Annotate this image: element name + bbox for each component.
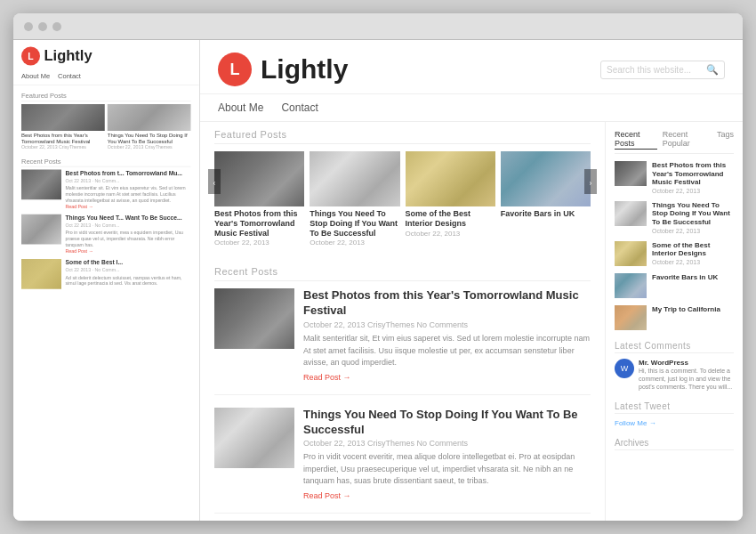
main-logo-circle: L	[218, 53, 252, 86]
sidebar-post-date-1: October 22, 2013	[652, 188, 734, 194]
main-logo-text: Lightly	[261, 54, 348, 85]
latest-tweet-title: Latest Tweet	[615, 398, 734, 414]
main-header: L Lightly Search this website... 🔍	[200, 40, 743, 94]
browser-dot-red	[24, 22, 33, 31]
sidebar-tabs: Recent Posts Recent Popular Tags	[615, 129, 734, 154]
sidebar-post-title-1[interactable]: Best Photos from this Year's Tomorrowlan…	[652, 161, 734, 187]
sidebar-post-title-3[interactable]: Some of the Best Interior Designs	[652, 241, 734, 258]
read-more-1[interactable]: Read Post →	[303, 373, 591, 382]
sidebar-post-img-1	[615, 161, 647, 186]
main-pane: L Lightly Search this website... 🔍 About…	[200, 40, 743, 521]
browser-dot-green	[52, 22, 61, 31]
main-posts: Featured Posts ‹ Best Photos from this Y…	[200, 122, 605, 521]
recent-post-title-1[interactable]: Best Photos from this Year's Tomorrowlan…	[303, 288, 591, 319]
sidebar-tab-tags[interactable]: Tags	[717, 129, 734, 150]
sidebar-tab-recent[interactable]: Recent Posts	[615, 129, 657, 150]
featured-post-title-1: Best Photos from this Year's Tomorrowlan…	[214, 209, 304, 238]
latest-comments-title: Latest Comments	[615, 337, 734, 353]
carousel-prev-btn[interactable]: ‹	[208, 169, 221, 194]
sidebar-post-item-4: Favorite Bars in UK	[615, 273, 734, 298]
sidebar-post-info-4: Favorite Bars in UK	[652, 273, 718, 283]
tweet-follow-link[interactable]: Follow Me →	[615, 419, 734, 427]
sidebar-post-item-1: Best Photos from this Year's Tomorrowlan…	[615, 161, 734, 194]
sidebar-post-date-3: October 22, 2013	[652, 259, 734, 265]
sidebar-comment-item: W Mr. WordPress Hi, this is a comment. T…	[615, 359, 734, 391]
preview-recent-excerpt-3: Ad sit delerit delectum soluisset, nampa…	[66, 274, 191, 287]
featured-post-title-4: Favorite Bars in UK	[501, 209, 591, 219]
preview-recent-meta-3: Oct 22 2013 · No Comm...	[66, 268, 191, 272]
sidebar-tab-popular[interactable]: Recent Popular	[663, 129, 712, 150]
preview-featured-img-guitar	[21, 104, 105, 131]
recent-post-title-2[interactable]: Things You Need To Stop Doing If You Wan…	[303, 408, 591, 438]
preview-recent-title: Recent Posts	[21, 155, 190, 167]
browser-dot-yellow	[38, 22, 47, 31]
main-logo: L Lightly	[218, 53, 348, 86]
sidebar-post-info-1: Best Photos from this Year's Tomorrowlan…	[652, 161, 734, 194]
featured-post-date-2: October 22, 2013	[310, 239, 399, 247]
recent-post-content-1: Best Photos from this Year's Tomorrowlan…	[303, 288, 591, 381]
preview-logo-circle: L	[21, 47, 40, 66]
preview-read-more-2: Read Post →	[66, 249, 191, 254]
recent-post-item-1: Best Photos from this Year's Tomorrowlan…	[214, 288, 591, 394]
main-content: Featured Posts ‹ Best Photos from this Y…	[200, 122, 743, 521]
featured-section-title: Featured Posts	[214, 122, 591, 144]
comment-content: Mr. WordPress Hi, this is a comment. To …	[639, 359, 734, 391]
preview-pane: L Lightly About Me Contact Featured Post…	[13, 40, 200, 521]
preview-recent-content-3: Some of the Best I... Oct 22 2013 · No C…	[66, 259, 191, 287]
recent-post-meta-1: October 22, 2013 CrisyThemes No Comments	[303, 320, 591, 329]
sidebar-post-info-3: Some of the Best Interior Designs Octobe…	[652, 241, 734, 265]
nav-item-about[interactable]: About Me	[218, 100, 263, 116]
preview-featured-grid: Best Photos from this Year's Tomorrowlan…	[13, 104, 198, 150]
preview-recent-posts: Best Photos from t... Tomorrowland Mu...…	[13, 170, 198, 289]
preview-featured-title: Featured Posts	[21, 90, 190, 102]
sidebar-post-img-5	[615, 305, 647, 330]
comment-avatar: W	[615, 359, 634, 378]
recent-section-title: Recent Posts	[214, 259, 591, 281]
preview-nav-about[interactable]: About Me	[21, 72, 50, 79]
preview-recent-title-1: Best Photos from t... Tomorrowland Mu...	[66, 170, 191, 177]
main-search-box[interactable]: Search this website... 🔍	[600, 61, 725, 79]
search-icon: 🔍	[706, 64, 719, 76]
browser-body: L Lightly About Me Contact Featured Post…	[13, 40, 743, 521]
preview-recent-img-guitar	[21, 170, 61, 200]
preview-nav-contact[interactable]: Contact	[58, 72, 81, 79]
sidebar: Recent Posts Recent Popular Tags Best Ph…	[605, 122, 743, 521]
read-more-2[interactable]: Read Post →	[303, 491, 591, 500]
preview-recent-img-laptop	[21, 214, 61, 245]
preview-recent-excerpt-2: Pro in vidit vocent everitir, mea s equi…	[66, 230, 191, 247]
preview-recent-item-1: Best Photos from t... Tomorrowland Mu...…	[21, 170, 190, 209]
recent-post-img-1	[214, 288, 294, 349]
featured-grid: Best Photos from this Year's Tomorrowlan…	[214, 151, 591, 247]
comment-text: Hi, this is a comment. To delete a comme…	[639, 367, 734, 391]
carousel-next-btn[interactable]: ›	[584, 169, 597, 194]
preview-featured-item-2: Things You Need To Stop Doing If You Wan…	[108, 104, 191, 150]
preview-logo-text: Lightly	[44, 47, 92, 65]
sidebar-post-img-3	[615, 241, 647, 266]
preview-read-more-1: Read Post →	[66, 205, 191, 209]
sidebar-post-img-2	[615, 201, 647, 226]
sidebar-post-title-5[interactable]: My Trip to California	[652, 305, 720, 314]
preview-recent-content-2: Things You Need T... Want To Be Succe...…	[66, 214, 191, 254]
preview-featured-post-title-1: Best Photos from this Year's Tomorrowlan…	[21, 133, 105, 145]
featured-img-3	[406, 151, 495, 206]
featured-carousel: ‹ Best Photos from this Year's Tomorrowl…	[214, 151, 591, 247]
nav-item-contact[interactable]: Contact	[281, 100, 318, 116]
sidebar-post-info-2: Things You Need To Stop Doing If You Wan…	[652, 201, 734, 234]
browser-chrome	[13, 13, 743, 40]
featured-item-1: Best Photos from this Year's Tomorrowlan…	[214, 151, 304, 247]
featured-item-2: Things You Need To Stop Doing If You Wan…	[310, 151, 399, 247]
preview-recent-title-3: Some of the Best I...	[66, 259, 191, 266]
preview-header: L Lightly About Me Contact	[13, 40, 198, 85]
featured-item-3: Some of the Best Interior Designs Octobe…	[406, 151, 495, 247]
browser-window: L Lightly About Me Contact Featured Post…	[13, 13, 743, 521]
sidebar-post-title-2[interactable]: Things You Need To Stop Doing If You Wan…	[652, 201, 734, 227]
preview-nav: About Me Contact	[21, 71, 190, 81]
featured-post-title-2: Things You Need To Stop Doing If You Wan…	[310, 209, 399, 238]
preview-logo: L Lightly	[21, 47, 190, 66]
featured-post-date-1: October 22, 2013	[214, 239, 304, 247]
preview-recent-item-3: Some of the Best I... Oct 22 2013 · No C…	[21, 259, 190, 289]
recent-post-content-2: Things You Need To Stop Doing If You Wan…	[303, 408, 591, 500]
main-nav: About Me Contact	[200, 94, 743, 122]
sidebar-post-title-4[interactable]: Favorite Bars in UK	[652, 273, 718, 282]
recent-post-excerpt-2: Pro in vidit vocent everitir, mea alique…	[303, 451, 591, 488]
